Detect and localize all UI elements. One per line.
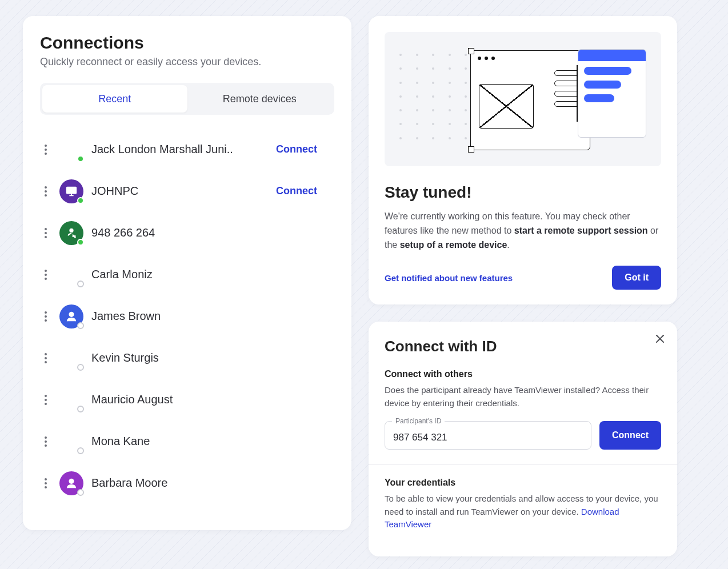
- svg-rect-0: [67, 187, 77, 193]
- kebab-icon[interactable]: [40, 478, 51, 488]
- tab-recent[interactable]: Recent: [42, 85, 187, 113]
- tab-remote-devices[interactable]: Remote devices: [187, 85, 333, 113]
- notify-features-link[interactable]: Get notified about new features: [385, 273, 513, 283]
- participant-id-input[interactable]: [393, 432, 583, 443]
- connection-row: Mauricio August: [40, 379, 334, 420]
- status-dot: [77, 447, 84, 454]
- connection-name: James Brown: [91, 310, 334, 323]
- status-dot: [77, 239, 84, 246]
- your-credentials-heading: Your credentials: [385, 478, 661, 488]
- status-dot: [77, 406, 84, 412]
- kebab-icon[interactable]: [40, 395, 51, 405]
- connect-others-heading: Connect with others: [385, 369, 661, 379]
- connect-others-text: Does the participant already have TeamVi…: [385, 384, 661, 410]
- monitor-icon: [59, 179, 83, 203]
- connection-name: Carla Moniz: [91, 268, 334, 281]
- kebab-icon[interactable]: [40, 186, 51, 197]
- connection-row: 948 266 264: [40, 212, 334, 254]
- connection-row: Jack London Marshall Juni..Connect: [40, 129, 334, 170]
- connections-card: Connections Quickly reconnect or easily …: [23, 16, 351, 530]
- connection-row: Mona Kane: [40, 420, 334, 462]
- feature-illustration: [385, 32, 661, 166]
- feature-title: Stay tuned!: [385, 183, 661, 202]
- connection-row: Kevin Sturgis: [40, 337, 334, 379]
- kebab-icon[interactable]: [40, 145, 51, 155]
- status-dot: [77, 322, 84, 329]
- svg-point-4: [69, 312, 73, 316]
- participant-id-label: Participant's ID: [392, 417, 445, 425]
- connection-row: Carla Moniz: [40, 254, 334, 295]
- connect-link[interactable]: Connect: [276, 143, 334, 155]
- status-dot: [77, 197, 84, 204]
- feature-text-bold1: start a remote support session: [514, 226, 648, 235]
- svg-point-3: [70, 229, 73, 232]
- kebab-icon[interactable]: [40, 353, 51, 363]
- avatar-placeholder: [59, 138, 83, 162]
- your-credentials-text: To be able to view your credentials and …: [385, 492, 661, 531]
- connection-row: James Brown: [40, 295, 334, 337]
- feature-text: We're currently working on this feature.…: [385, 210, 661, 252]
- feature-text-suffix: .: [507, 240, 509, 250]
- connection-name: Kevin Sturgis: [91, 351, 334, 364]
- person-icon: [59, 471, 83, 495]
- kebab-icon[interactable]: [40, 270, 51, 280]
- connection-name: Mauricio August: [91, 393, 334, 406]
- status-dot: [77, 281, 84, 287]
- status-dot: [77, 364, 84, 371]
- connect-id-title: Connect with ID: [385, 338, 661, 355]
- connection-name: Mona Kane: [91, 435, 334, 448]
- connect-link[interactable]: Connect: [276, 185, 334, 197]
- feature-card: Stay tuned! We're currently working on t…: [369, 16, 677, 304]
- session-icon: [59, 221, 83, 245]
- connect-button[interactable]: Connect: [599, 421, 661, 450]
- got-it-button[interactable]: Got it: [612, 266, 661, 290]
- feature-text-bold2: setup of a remote device: [400, 240, 507, 250]
- connections-subtitle: Quickly reconnect or easily access your …: [40, 56, 334, 68]
- avatar-placeholder: [59, 346, 83, 370]
- connection-name: Barbara Moore: [91, 476, 334, 490]
- svg-point-5: [69, 479, 73, 483]
- status-dot: [77, 155, 84, 162]
- kebab-icon[interactable]: [40, 311, 51, 322]
- kebab-icon[interactable]: [40, 228, 51, 238]
- connect-id-card: Connect with ID Connect with others Does…: [369, 322, 677, 556]
- connection-row: JOHNPCConnect: [40, 170, 334, 212]
- avatar-placeholder: [59, 388, 83, 412]
- connections-list: Jack London Marshall Juni..ConnectJOHNPC…: [40, 129, 334, 530]
- participant-id-field[interactable]: Participant's ID: [385, 421, 591, 450]
- status-dot: [77, 489, 84, 496]
- connection-name: 948 266 264: [91, 226, 334, 239]
- connection-name: JOHNPC: [91, 185, 268, 198]
- connection-name: Jack London Marshall Juni..: [91, 143, 268, 156]
- avatar-placeholder: [59, 263, 83, 287]
- connections-tabs: Recent Remote devices: [40, 83, 334, 115]
- connection-row: Barbara Moore: [40, 462, 334, 504]
- divider: [369, 464, 677, 465]
- connections-title: Connections: [40, 33, 334, 53]
- person-icon: [59, 304, 83, 328]
- close-icon[interactable]: [655, 334, 665, 346]
- kebab-icon[interactable]: [40, 436, 51, 447]
- avatar-placeholder: [59, 430, 83, 454]
